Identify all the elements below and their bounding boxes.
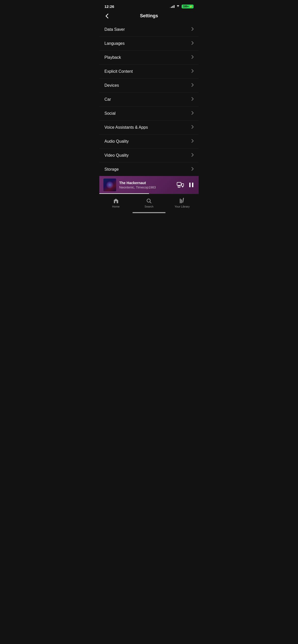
chevron-icon-playback	[192, 55, 194, 60]
settings-item-devices[interactable]: Devices	[99, 79, 199, 93]
status-time: 12:26	[104, 4, 114, 9]
chevron-icon-data-saver	[192, 27, 194, 32]
now-playing-controls	[177, 182, 195, 188]
battery-icon: 100+ ⚡	[182, 5, 194, 8]
connect-device-icon[interactable]	[177, 182, 184, 188]
svg-point-9	[147, 199, 150, 202]
status-icons: 100+ ⚡	[170, 5, 194, 8]
home-indicator	[132, 212, 166, 213]
back-button[interactable]	[104, 12, 110, 20]
album-art	[103, 179, 116, 191]
nav-search[interactable]: Search	[132, 197, 166, 209]
status-bar: 12:26 100+ ⚡	[99, 0, 199, 11]
svg-rect-7	[192, 183, 193, 187]
settings-item-storage[interactable]: Storage	[99, 163, 199, 177]
svg-rect-11	[180, 199, 181, 203]
settings-label-playback: Playback	[104, 55, 121, 60]
battery-level: 100+	[183, 5, 189, 8]
settings-item-car[interactable]: Car	[99, 93, 199, 107]
svg-rect-1	[178, 186, 180, 187]
chevron-icon-audio-quality	[192, 139, 194, 144]
chevron-icon-video-quality	[192, 153, 194, 158]
nav-search-label: Search	[145, 205, 154, 208]
search-icon	[146, 198, 152, 204]
signal-icon	[170, 5, 174, 8]
chevron-icon-social	[192, 111, 194, 116]
home-icon	[113, 198, 119, 204]
now-playing-info: The Hackernaut Neontenic, Timecop1983	[119, 181, 174, 189]
track-title: The Hackernaut	[119, 181, 174, 185]
chevron-icon-devices	[192, 83, 194, 88]
settings-item-audio-quality[interactable]: Audio Quality	[99, 135, 199, 149]
chevron-icon-storage	[192, 167, 194, 172]
library-icon	[179, 198, 185, 204]
settings-item-data-saver[interactable]: Data Saver	[99, 23, 199, 37]
settings-label-voice-assistants: Voice Assistants & Apps	[104, 125, 148, 130]
nav-library-label: Your Library	[175, 205, 190, 208]
bottom-nav: Home Search Your Library	[99, 194, 199, 215]
wifi-icon	[176, 5, 180, 8]
page-header: Settings	[99, 11, 199, 23]
svg-rect-13	[182, 198, 184, 203]
now-playing-bar[interactable]: The Hackernaut Neontenic, Timecop1983	[99, 176, 199, 194]
nav-home[interactable]: Home	[99, 197, 132, 209]
chevron-icon-voice-assistants	[192, 125, 194, 130]
settings-label-data-saver: Data Saver	[104, 27, 125, 32]
settings-item-social[interactable]: Social	[99, 107, 199, 121]
settings-item-video-quality[interactable]: Video Quality	[99, 149, 199, 163]
page-title: Settings	[104, 13, 194, 19]
settings-label-devices: Devices	[104, 83, 119, 88]
svg-rect-3	[182, 184, 184, 186]
chevron-icon-languages	[192, 41, 194, 46]
settings-item-languages[interactable]: Languages	[99, 37, 199, 51]
svg-rect-12	[181, 199, 182, 203]
settings-label-explicit-content: Explicit Content	[104, 69, 133, 74]
settings-label-car: Car	[104, 97, 111, 102]
settings-label-video-quality: Video Quality	[104, 153, 129, 158]
settings-item-voice-assistants[interactable]: Voice Assistants & Apps	[99, 121, 199, 135]
settings-label-languages: Languages	[104, 41, 125, 46]
chevron-icon-car	[192, 97, 194, 102]
nav-home-label: Home	[112, 205, 119, 208]
svg-rect-8	[115, 201, 117, 203]
nav-library[interactable]: Your Library	[166, 197, 199, 209]
track-artist: Neontenic, Timecop1983	[119, 185, 174, 189]
chevron-icon-explicit-content	[192, 69, 194, 74]
svg-line-10	[150, 202, 152, 203]
settings-label-social: Social	[104, 111, 116, 116]
settings-item-playback[interactable]: Playback	[99, 51, 199, 65]
svg-rect-6	[189, 183, 191, 187]
pause-button[interactable]	[188, 182, 195, 188]
settings-label-audio-quality: Audio Quality	[104, 139, 129, 144]
settings-label-storage: Storage	[104, 167, 119, 172]
svg-rect-0	[177, 182, 181, 185]
settings-item-explicit-content[interactable]: Explicit Content	[99, 65, 199, 79]
